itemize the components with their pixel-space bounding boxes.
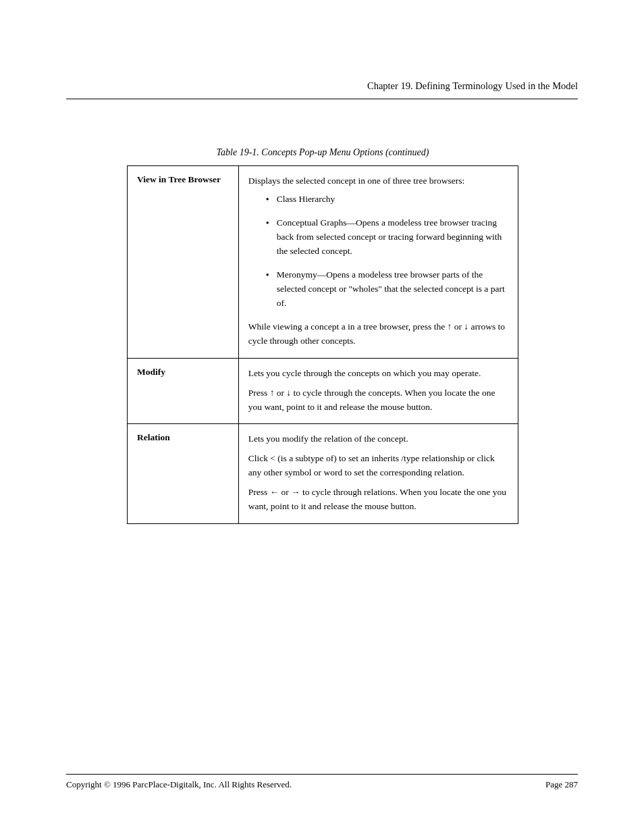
table-row: View in Tree Browser Displays the select… [128,166,518,358]
cell-option: Modify [128,358,239,424]
cell-description: Lets you modify the relation of the conc… [238,424,518,524]
list-item: Class Hierarchy [266,192,508,207]
header-rule [66,99,578,99]
table-row: Modify Lets you cycle through the concep… [128,358,518,424]
row-para: Lets you cycle through the concepts on w… [248,367,508,381]
cell-description: Lets you cycle through the concepts on w… [238,358,518,424]
bullet-list: Class Hierarchy Conceptual Graphs—Opens … [248,192,508,310]
table-row: Relation Lets you modify the relation of… [128,424,518,524]
table-title: Table 19-1. Concepts Pop-up Menu Options… [127,147,518,159]
copyright-text: Copyright © 1996 ParcPlace-Digitalk, Inc… [66,779,292,791]
row-intro: Displays the selected concept in one of … [248,174,508,188]
chapter-header: Chapter 19. Defining Terminology Used in… [66,80,578,93]
row-title: Modify [137,367,165,377]
page-footer: Copyright © 1996 ParcPlace-Digitalk, Inc… [66,774,578,791]
concepts-table: View in Tree Browser Displays the select… [127,165,518,524]
row-para: Click < (is a subtype of) to set an inhe… [248,452,508,480]
row-title: View in Tree Browser [137,174,221,184]
list-item: Conceptual Graphs—Opens a modeless tree … [266,216,508,259]
cell-description: Displays the selected concept in one of … [238,166,518,358]
row-para: Press ← or → to cycle through relations.… [248,486,508,514]
cell-option: Relation [128,424,239,524]
list-item: Meronymy—Opens a modeless tree browser p… [266,268,508,311]
footer-rule [66,774,578,775]
row-title: Relation [137,432,170,442]
cell-option: View in Tree Browser [128,166,239,358]
table-container: Table 19-1. Concepts Pop-up Menu Options… [127,147,518,524]
row-tail: While viewing a concept a in a tree brow… [248,320,508,348]
row-para: Press ↑ or ↓ to cycle through the concep… [248,386,508,415]
row-para: Lets you modify the relation of the conc… [248,432,508,446]
page-number: Page 287 [545,779,578,791]
